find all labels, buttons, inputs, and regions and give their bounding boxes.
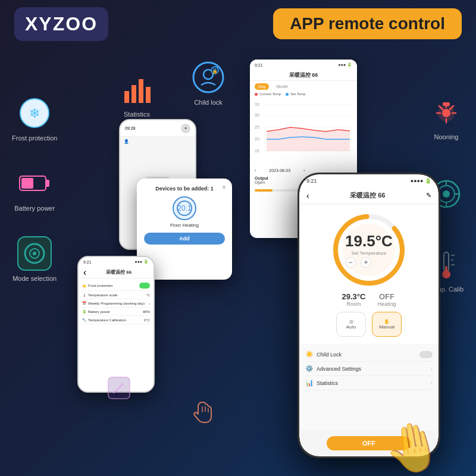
logo-box: XYZOO bbox=[14, 7, 108, 41]
settings-phone: 9:21 ●●● 🔋 ‹ 采暖温控 66 ☀️ Frost protection… bbox=[77, 256, 155, 393]
list-item: 🔋 Battery power 98% bbox=[82, 308, 150, 316]
current-temp: 19.5°C bbox=[345, 232, 393, 250]
heating-status-item: OFF Heating bbox=[377, 292, 396, 307]
legend-current-dot bbox=[255, 93, 258, 96]
temp-calib-value: 0°C bbox=[144, 318, 150, 322]
chart-tab-day[interactable]: Day bbox=[255, 83, 269, 90]
svg-rect-4 bbox=[21, 178, 33, 189]
room-label: Room bbox=[342, 301, 366, 307]
no-device-top-bar: 09:28 + bbox=[120, 120, 195, 137]
edit-icon bbox=[107, 376, 131, 405]
svg-text:33: 33 bbox=[255, 102, 259, 107]
svg-point-18 bbox=[442, 109, 450, 117]
svg-rect-44 bbox=[255, 189, 273, 192]
mode-buttons: ◎ Auto ✋ Manual bbox=[336, 312, 402, 337]
weekly-chevron[interactable]: › bbox=[149, 302, 150, 305]
svg-point-8 bbox=[33, 252, 36, 255]
nooning-icon bbox=[428, 95, 464, 131]
temp-decrease-btn[interactable]: − bbox=[345, 257, 356, 268]
main-time: 9:21 bbox=[306, 178, 317, 184]
main-phone-screen: 9:21 ●●●● 🔋 ‹ 采暖温控 66 ✎ 19 bbox=[299, 174, 439, 456]
auto-icon: ◎ bbox=[349, 319, 353, 324]
popup-add-button[interactable]: Add bbox=[144, 233, 225, 245]
legend-set-dot bbox=[286, 93, 289, 96]
nooning-label: Nooning bbox=[434, 133, 459, 140]
advanced-row-left: ⚙️ Advanced Settings bbox=[305, 365, 361, 372]
top-bar: XYZOO APP remote control bbox=[0, 0, 476, 48]
mode-selection-feature: Mode selection bbox=[12, 236, 57, 282]
main-signal: ●●●● 🔋 bbox=[411, 178, 431, 184]
chart-signal: ●●● 🔋 bbox=[338, 62, 352, 67]
temp-calib-row-left: 🔧 Temperature Calibration bbox=[82, 318, 126, 322]
battery-icon bbox=[17, 165, 52, 201]
stats-row-left: 📊 Statistics bbox=[305, 379, 338, 387]
svg-text:🔒: 🔒 bbox=[212, 68, 218, 74]
set-temp-label: Set Temperature bbox=[345, 250, 393, 256]
list-item: 🌡️ Temperature scale °C bbox=[82, 291, 150, 299]
settings-back[interactable]: ‹ bbox=[83, 267, 86, 278]
weekly-icon: 📅 bbox=[82, 301, 86, 305]
temp-circle: 19.5°C Set Temperature − + bbox=[330, 211, 408, 289]
settings-time: 9:21 bbox=[83, 260, 92, 264]
chart-tab-month[interactable]: Month bbox=[273, 83, 291, 90]
temp-controls: − + bbox=[345, 257, 393, 268]
battery-row-icon: 🔋 bbox=[82, 309, 86, 314]
frost-row-label: Frost protection bbox=[88, 284, 113, 287]
popup-close-button[interactable]: × bbox=[222, 183, 226, 192]
statistics-setting-row[interactable]: 📊 Statistics › bbox=[305, 376, 433, 390]
child-lock-setting-icon: ☀️ bbox=[305, 350, 314, 358]
device-icon: 20.1 bbox=[173, 196, 196, 220]
main-phone: 9:21 ●●●● 🔋 ‹ 采暖温控 66 ✎ 19 bbox=[298, 173, 440, 458]
stats-chevron: › bbox=[431, 380, 433, 386]
advanced-icon: ⚙️ bbox=[305, 365, 314, 372]
temp-calib-row-icon: 🔧 bbox=[82, 318, 86, 322]
child-lock-toggle[interactable] bbox=[419, 351, 433, 358]
weekly-label: Weekly Programming (working day) bbox=[88, 302, 145, 305]
auto-mode-btn[interactable]: ◎ Auto bbox=[336, 312, 366, 337]
advanced-settings-row[interactable]: ⚙️ Advanced Settings › bbox=[305, 362, 433, 376]
svg-point-13 bbox=[193, 62, 223, 92]
add-icon-btn[interactable]: + bbox=[181, 124, 190, 133]
advanced-label: Advanced Settings bbox=[317, 366, 361, 372]
manual-label: Manual bbox=[379, 324, 394, 330]
heating-label: Heating bbox=[377, 301, 396, 307]
frost-protection-label: Frost protection bbox=[12, 134, 57, 142]
chart-tabs: Day Month bbox=[250, 81, 357, 92]
app-remote-box: APP remote control bbox=[273, 8, 462, 39]
child-lock-setting: ☀️ Child Lock bbox=[305, 347, 433, 362]
temp-increase-btn[interactable]: + bbox=[361, 257, 371, 268]
battery-value: 98% bbox=[143, 310, 150, 314]
svg-text:25: 25 bbox=[255, 125, 259, 129]
left-features: ❄ Frost protection Battery power Mode se… bbox=[12, 95, 57, 282]
svg-text:30: 30 bbox=[255, 113, 259, 117]
svg-text:20: 20 bbox=[255, 137, 259, 141]
svg-text:20.1: 20.1 bbox=[177, 204, 192, 212]
frost-toggle[interactable] bbox=[139, 283, 150, 289]
room-heat-row: 29.3°C Room OFF Heating bbox=[342, 292, 396, 307]
mode-icon bbox=[17, 236, 52, 271]
weekly-left: 📅 Weekly Programming (working day) bbox=[82, 301, 145, 305]
no-device-time: 09:28 bbox=[125, 126, 136, 130]
frost-row-left: ☀️ Frost protection bbox=[82, 284, 113, 288]
settings-list: ☀️ Frost protection 🌡️ Temperature scale… bbox=[79, 278, 154, 327]
svg-text:16: 16 bbox=[255, 149, 259, 153]
touch-icon bbox=[190, 397, 217, 428]
main-edit[interactable]: ✎ bbox=[426, 192, 431, 199]
hand-illustration: 🤚 bbox=[380, 415, 448, 476]
chart-status-bar: 9:21 ●●● 🔋 bbox=[250, 60, 357, 70]
temp-scale-label: Temperature scale bbox=[88, 293, 117, 297]
nooning-feature: Nooning bbox=[428, 95, 464, 140]
child-lock-feature: 🔒 Child lock bbox=[190, 60, 226, 106]
svg-rect-11 bbox=[139, 79, 143, 103]
top-center-features: Statistics 🔒 Child lock bbox=[119, 60, 226, 118]
list-item: ☀️ Frost protection bbox=[82, 281, 150, 291]
chart-date: 2023-08-03 bbox=[269, 168, 290, 173]
temp-scale-left: 🌡️ Temperature scale bbox=[82, 293, 117, 297]
room-temp-value: 29.3°C bbox=[342, 292, 366, 301]
manual-mode-btn[interactable]: ✋ Manual bbox=[372, 312, 402, 337]
battery-row-left: 🔋 Battery power bbox=[82, 309, 110, 314]
main-status-bar: 9:21 ●●●● 🔋 bbox=[299, 174, 439, 187]
svg-text:❄: ❄ bbox=[29, 106, 40, 121]
stats-setting-icon: 📊 bbox=[305, 379, 314, 387]
manual-icon: ✋ bbox=[384, 319, 390, 324]
